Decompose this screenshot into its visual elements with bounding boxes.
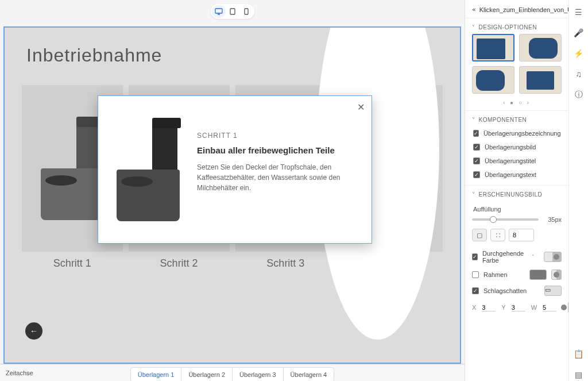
- shadow-label: Schlagschatten: [483, 287, 527, 294]
- properties-panel: « Klicken_zum_Einblenden_von_Ü… DESIGN-O…: [465, 0, 568, 381]
- border-color-swatch[interactable]: [529, 270, 547, 280]
- checkbox-icon[interactable]: [472, 271, 479, 278]
- overlay-tab-3[interactable]: Überlagern 3: [233, 368, 284, 381]
- component-label: Überlagerungsbezeichnung: [483, 130, 561, 137]
- checkbox-icon[interactable]: ✓: [473, 144, 480, 151]
- accessibility-icon[interactable]: ⓘ: [572, 88, 585, 101]
- component-label: Überlagerungstitel: [485, 157, 536, 164]
- design-thumb-3[interactable]: [472, 66, 514, 94]
- svg-rect-2: [245, 9, 248, 14]
- slide-canvas[interactable]: Inbetriebnahme Schritt 1 Schritt 2: [3, 26, 461, 364]
- shadow-preview-swatch[interactable]: ▭: [544, 286, 562, 296]
- coffee-machine-icon: [117, 118, 180, 221]
- device-tablet-button[interactable]: [226, 5, 239, 18]
- animate-icon[interactable]: ⚡: [572, 47, 585, 60]
- design-pager-next[interactable]: ›: [527, 99, 531, 106]
- checkbox-icon[interactable]: ✓: [473, 130, 479, 137]
- prev-arrow-button[interactable]: ←: [25, 322, 42, 340]
- design-pager-dot[interactable]: ●: [510, 99, 515, 106]
- chevron-down-icon[interactable]: ˅: [532, 254, 535, 260]
- breadcrumb[interactable]: « Klicken_zum_Einblenden_von_Ü…: [465, 0, 568, 18]
- device-bar: [0, 0, 465, 23]
- component-row[interactable]: ✓Überlagerungsbild: [465, 140, 568, 154]
- w-label: W: [531, 304, 537, 311]
- timeline-label[interactable]: Zeitachse: [6, 370, 63, 376]
- shadow-color-swatch[interactable]: [568, 302, 568, 313]
- component-row[interactable]: ✓Überlagerungstitel: [465, 154, 568, 168]
- component-label: Überlagerungstext: [485, 171, 536, 178]
- design-thumbnail-grid: [465, 34, 568, 97]
- shadow-w-input[interactable]: [543, 304, 556, 311]
- design-pager-dot[interactable]: ○: [519, 99, 524, 106]
- border-row: Rahmen: [465, 267, 568, 283]
- solid-color-label: Durchgehende Farbe: [482, 250, 527, 264]
- border-label: Rahmen: [483, 271, 508, 278]
- overlay-text: SCHRITT 1 Einbau aller freibeweglichen T…: [197, 109, 359, 230]
- chevron-left-icon: «: [472, 6, 476, 13]
- step-label: Schritt 1: [22, 257, 123, 270]
- canvas-wrap: Inbetriebnahme Schritt 1 Schritt 2: [0, 23, 465, 364]
- shadow-xyw-row: X Y W: [465, 299, 568, 318]
- component-row[interactable]: ✓Überlagerungstext: [465, 168, 568, 182]
- section-design-options[interactable]: DESIGN-OPTIONEN: [465, 18, 568, 34]
- clipboard-icon[interactable]: 📋: [572, 348, 585, 360]
- checkbox-icon[interactable]: ✓: [473, 157, 480, 164]
- coffee-machine-icon: [41, 117, 104, 220]
- overlay-title: Einbau aller freibeweglichen Teile: [197, 145, 359, 155]
- overlay-body: Setzen Sie den Deckel der Tropfschale, d…: [197, 162, 359, 193]
- border-opacity-swatch[interactable]: [551, 270, 562, 280]
- shadow-x-input[interactable]: [482, 304, 496, 311]
- main-area: Inbetriebnahme Schritt 1 Schritt 2: [0, 0, 465, 381]
- design-thumb-2[interactable]: [519, 34, 562, 61]
- y-label: Y: [501, 304, 505, 311]
- overlay-tab-strip: Überlagern 1 Überlagern 2 Überlagern 3 Ü…: [130, 367, 334, 381]
- device-desktop-button[interactable]: [212, 5, 226, 18]
- design-pager-prev[interactable]: ‹: [503, 99, 506, 106]
- checkbox-icon[interactable]: ✓: [472, 253, 478, 260]
- overlay-popup[interactable]: ✕ SCHRITT 1 Einbau aller freibeweglichen…: [98, 95, 372, 244]
- design-pager: ‹ ● ○ ›: [465, 97, 568, 110]
- corner-radius-input[interactable]: [509, 229, 534, 241]
- step-label: Schritt 3: [235, 257, 336, 270]
- padding-value: 35px: [542, 216, 562, 223]
- music-icon[interactable]: ♫: [572, 68, 585, 80]
- design-thumb-4[interactable]: [519, 66, 562, 94]
- mic-icon[interactable]: 🎤: [572, 26, 585, 39]
- icon-rail: ☰ 🎤 ⚡ ♫ ⓘ 📋 ▤: [568, 0, 588, 381]
- slider-handle[interactable]: [490, 216, 497, 223]
- slide-title: Inbetriebnahme: [26, 45, 162, 66]
- component-row[interactable]: ✓Überlagerungsbezeichnung: [465, 126, 568, 140]
- overlay-tab-2[interactable]: Überlagern 2: [181, 368, 233, 381]
- svg-rect-1: [230, 9, 235, 14]
- padding-slider-row: 35px: [472, 216, 562, 223]
- device-phone-button[interactable]: [239, 5, 253, 18]
- settings-icon[interactable]: ☰: [572, 6, 585, 18]
- shadow-row: ✓ Schlagschatten ▭: [465, 283, 568, 299]
- section-appearance[interactable]: ERSCHEINUNGSBILD: [465, 186, 568, 201]
- x-label: X: [472, 304, 476, 311]
- right-sidebar: « Klicken_zum_Einblenden_von_Ü… DESIGN-O…: [465, 0, 588, 381]
- checkbox-icon[interactable]: ✓: [473, 171, 480, 178]
- step-label: Schritt 2: [129, 257, 230, 270]
- corner-independent-button[interactable]: ⸬: [490, 229, 505, 241]
- component-label: Überlagerungsbild: [485, 144, 536, 151]
- overlay-tab-4[interactable]: Überlagern 4: [284, 368, 334, 381]
- checkbox-icon[interactable]: ✓: [472, 287, 479, 294]
- overlay-image: [111, 109, 185, 230]
- padding-slider[interactable]: [472, 218, 539, 221]
- color-swatch[interactable]: [544, 252, 562, 262]
- device-group: [211, 4, 254, 19]
- doc-icon[interactable]: ▤: [572, 368, 585, 381]
- padding-label: Auffüllung: [473, 206, 560, 213]
- solid-color-row: ✓ Durchgehende Farbe ˅: [465, 247, 568, 267]
- corner-radius-row: ▢ ⸬: [472, 229, 562, 241]
- svg-rect-0: [215, 9, 222, 13]
- shadow-y-input[interactable]: [512, 304, 525, 311]
- overlay-tab-1[interactable]: Überlagern 1: [131, 368, 182, 381]
- section-components[interactable]: KOMPONENTEN: [465, 111, 568, 126]
- desktop-icon: [215, 8, 223, 15]
- design-thumb-1[interactable]: [472, 34, 514, 61]
- close-icon[interactable]: ✕: [357, 102, 365, 113]
- tablet-icon: [230, 8, 235, 15]
- corner-uniform-button[interactable]: ▢: [472, 229, 487, 241]
